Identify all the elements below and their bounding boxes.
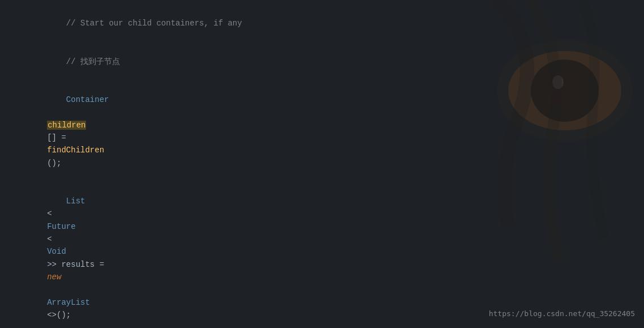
type-list: List bbox=[47, 197, 85, 206]
type-void: Void bbox=[47, 247, 66, 256]
background-decoration bbox=[384, 0, 644, 328]
code-editor: // Start our child containers, if any //… bbox=[0, 0, 644, 328]
angle: < bbox=[47, 209, 51, 218]
type-future: Future bbox=[47, 222, 75, 231]
type-arraylist: ArrayList bbox=[47, 298, 90, 307]
space2 bbox=[47, 286, 51, 295]
comment: // Start our child containers, if any bbox=[47, 19, 242, 28]
comment-chinese: // 找到子节点 bbox=[47, 57, 120, 66]
method-token: findChildren bbox=[47, 146, 104, 155]
paren: (); bbox=[47, 159, 61, 168]
var-token: [] = bbox=[47, 133, 71, 142]
close-generics: >> results = bbox=[47, 260, 109, 269]
type-token: Container bbox=[47, 95, 109, 104]
keyword-new: new bbox=[47, 272, 61, 282]
watermark: https://blog.csdn.net/qq_35262405 bbox=[489, 308, 635, 320]
angle2: < bbox=[47, 235, 51, 244]
highlight-children: children bbox=[47, 121, 86, 130]
arraylist-end: <>(); bbox=[47, 310, 71, 320]
space bbox=[47, 108, 51, 117]
